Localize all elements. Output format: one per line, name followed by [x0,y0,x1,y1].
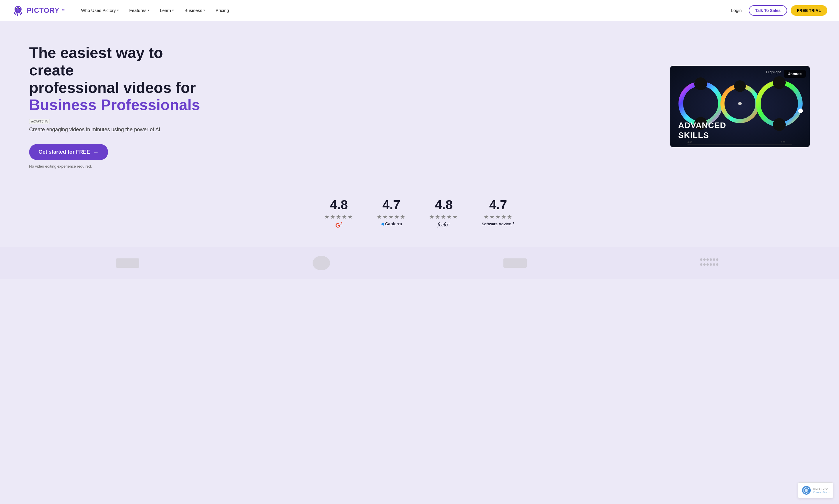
g2-score: 4.8 [330,198,348,212]
chevron-down-icon: ▾ [117,8,119,12]
navbar: PICTORY™ Who Uses Pictory ▾ Features ▾ L… [0,0,839,21]
logo-trademark: ™ [62,9,65,12]
hero-section: The easiest way to create professional v… [0,21,839,186]
svg-point-9 [738,102,742,105]
free-trial-button[interactable]: FREE TRIAL [791,5,827,16]
logo-text: PICTORY [27,6,59,15]
software-advice-platform-label: Software Advice.▼ [482,221,514,226]
recaptcha-badge: reCAPTCHA [29,119,50,124]
chevron-down-icon: ▾ [172,8,174,12]
hero-content: The easiest way to create professional v… [29,44,210,168]
hero-title: The easiest way to create professional v… [29,44,210,114]
svg-point-12 [694,77,707,90]
g2-stars: ★★★★★ [324,213,353,220]
partner-logo [700,258,723,268]
svg-point-14 [734,80,746,92]
partner-logos-strip [0,247,839,279]
chevron-down-icon: ▾ [203,8,205,12]
arrow-icon: → [93,149,99,156]
capterra-score: 4.7 [382,198,400,212]
unmute-button[interactable]: Unmute [784,70,806,78]
svg-point-3 [16,8,17,9]
feefo-stars: ★★★★★ [429,213,458,220]
hero-note: No video editing experience required. [29,164,210,168]
feefo-score: 4.8 [435,198,453,212]
talk-to-sales-button[interactable]: Talk To Sales [749,5,787,16]
svg-text:0.00: 0.00 [781,141,785,143]
capterra-stars: ★★★★★ [377,213,406,220]
svg-point-4 [19,8,20,9]
ratings-section: 4.8 ★★★★★ G2 4.7 ★★★★★ ◀ Capterra 4.8 ★★… [0,186,839,247]
nav-right: Login Talk To Sales FREE TRIAL [727,5,827,16]
logo-link[interactable]: PICTORY™ [12,4,65,17]
video-player[interactable]: 0.00 0.00 ADVANCED SKILLS Highlight Unmu… [670,66,810,147]
nav-item-learn[interactable]: Learn ▾ [155,5,178,15]
rating-software-advice: 4.7 ★★★★★ Software Advice.▼ [482,198,514,229]
chevron-down-icon: ▾ [148,8,150,12]
software-advice-stars: ★★★★★ [484,213,513,220]
hero-subtitle: Create engaging videos in minutes using … [29,126,210,133]
get-started-button[interactable]: Get started for FREE → [29,144,108,160]
svg-point-15 [773,76,786,89]
partner-logo [503,258,527,268]
nav-item-pricing[interactable]: Pricing [211,5,234,15]
partner-logo [116,258,139,268]
nav-links: Who Uses Pictory ▾ Features ▾ Learn ▾ Bu… [76,5,727,15]
svg-point-16 [773,118,786,131]
logo-icon [12,4,24,17]
login-link[interactable]: Login [727,5,745,15]
svg-point-11 [798,109,803,113]
g2-platform-label: G2 [335,221,343,229]
nav-item-features[interactable]: Features ▾ [125,5,154,15]
nav-item-who-uses[interactable]: Who Uses Pictory ▾ [76,5,123,15]
video-overlay-text: ADVANCED SKILLS [678,121,726,140]
rating-g2: 4.8 ★★★★★ G2 [324,198,353,229]
capterra-platform-label: ◀ Capterra [381,221,402,226]
software-advice-score: 4.7 [489,198,507,212]
rating-capterra: 4.7 ★★★★★ ◀ Capterra [377,198,406,229]
nav-item-business[interactable]: Business ▾ [180,5,210,15]
feefo-platform-label: feefo∞ [438,221,450,228]
svg-text:0.00: 0.00 [687,141,692,143]
highlight-label: Highlight [766,70,781,74]
hero-video: 0.00 0.00 ADVANCED SKILLS Highlight Unmu… [670,66,810,147]
rating-feefo: 4.8 ★★★★★ feefo∞ [429,198,458,229]
partner-logo [313,256,330,270]
svg-point-5 [16,9,20,11]
